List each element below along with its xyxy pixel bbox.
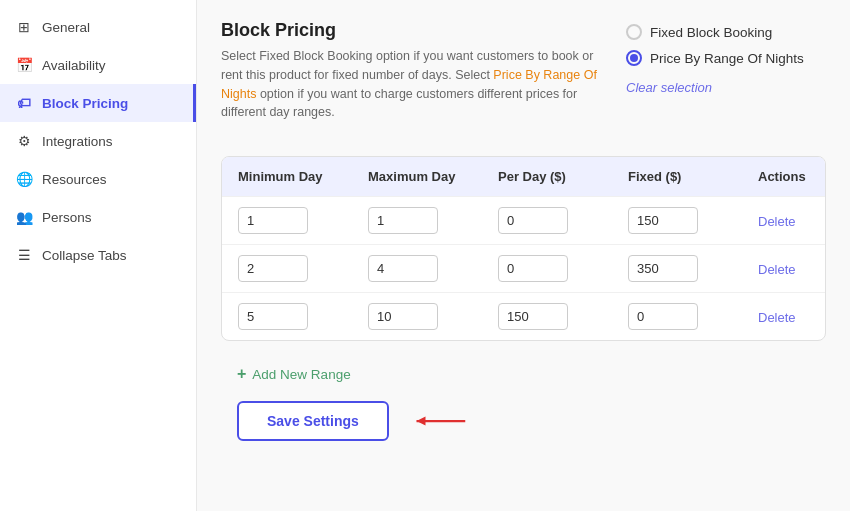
sidebar-item-collapse-tabs[interactable]: ☰Collapse Tabs xyxy=(0,236,196,274)
input-max-day-1[interactable] xyxy=(368,207,438,234)
general-icon: ⊞ xyxy=(16,19,32,35)
page-title: Block Pricing xyxy=(221,20,606,41)
clear-selection-link[interactable]: Clear selection xyxy=(626,80,826,95)
sidebar: ⊞General📅Availability🏷Block Pricing⚙Inte… xyxy=(0,0,197,511)
delete-button-1[interactable]: Delete xyxy=(758,214,796,229)
col-header-actions: Actions xyxy=(758,169,826,184)
cell-max-day-3 xyxy=(368,303,498,330)
input-per-day-1[interactable] xyxy=(498,207,568,234)
input-fixed-1[interactable] xyxy=(628,207,698,234)
col-header-fixed: Fixed ($) xyxy=(628,169,758,184)
add-range-label: Add New Range xyxy=(252,367,350,382)
section-description: Select Fixed Block Booking option if you… xyxy=(221,47,601,122)
cell-fixed-1 xyxy=(628,207,758,234)
top-left: Block Pricing Select Fixed Block Booking… xyxy=(221,20,606,138)
table-row: Delete xyxy=(222,244,825,292)
radio-options: Fixed Block Booking Price By Range Of Ni… xyxy=(606,20,826,138)
desc-part2: option if you want to charge customers d… xyxy=(221,87,577,120)
resources-icon: 🌐 xyxy=(16,171,32,187)
input-per-day-3[interactable] xyxy=(498,303,568,330)
input-max-day-2[interactable] xyxy=(368,255,438,282)
input-min-day-2[interactable] xyxy=(238,255,308,282)
cell-per-day-1 xyxy=(498,207,628,234)
radio-range-label: Price By Range Of Nights xyxy=(650,51,804,66)
cell-min-day-1 xyxy=(238,207,368,234)
cell-min-day-3 xyxy=(238,303,368,330)
block-pricing-icon: 🏷 xyxy=(16,95,32,111)
top-area: Block Pricing Select Fixed Block Booking… xyxy=(221,20,826,138)
col-header-max-day: Maximum Day xyxy=(368,169,498,184)
radio-circle-range[interactable] xyxy=(626,50,642,66)
svg-marker-1 xyxy=(416,417,425,426)
input-min-day-3[interactable] xyxy=(238,303,308,330)
cell-max-day-1 xyxy=(368,207,498,234)
input-max-day-3[interactable] xyxy=(368,303,438,330)
integrations-icon: ⚙ xyxy=(16,133,32,149)
input-fixed-2[interactable] xyxy=(628,255,698,282)
sidebar-label-collapse-tabs: Collapse Tabs xyxy=(42,248,127,263)
save-settings-button[interactable]: Save Settings xyxy=(237,401,389,441)
sidebar-label-resources: Resources xyxy=(42,172,107,187)
sidebar-item-block-pricing[interactable]: 🏷Block Pricing xyxy=(0,84,196,122)
input-fixed-3[interactable] xyxy=(628,303,698,330)
table-row: Delete xyxy=(222,292,825,340)
input-min-day-1[interactable] xyxy=(238,207,308,234)
cell-actions-2: Delete xyxy=(758,261,826,277)
delete-button-3[interactable]: Delete xyxy=(758,310,796,325)
radio-price-by-range[interactable]: Price By Range Of Nights xyxy=(626,50,826,66)
save-area: Save Settings xyxy=(221,391,826,451)
sidebar-item-availability[interactable]: 📅Availability xyxy=(0,46,196,84)
sidebar-item-general[interactable]: ⊞General xyxy=(0,8,196,46)
cell-actions-3: Delete xyxy=(758,309,826,325)
col-header-min-day: Minimum Day xyxy=(238,169,368,184)
sidebar-item-integrations[interactable]: ⚙Integrations xyxy=(0,122,196,160)
arrow-indicator xyxy=(409,407,469,435)
add-new-range-button[interactable]: + Add New Range xyxy=(221,357,826,391)
persons-icon: 👥 xyxy=(16,209,32,225)
radio-fixed-block[interactable]: Fixed Block Booking xyxy=(626,24,826,40)
sidebar-label-block-pricing: Block Pricing xyxy=(42,96,128,111)
radio-fixed-label: Fixed Block Booking xyxy=(650,25,772,40)
table-header: Minimum Day Maximum Day Per Day ($) Fixe… xyxy=(222,157,825,196)
radio-circle-fixed[interactable] xyxy=(626,24,642,40)
sidebar-label-general: General xyxy=(42,20,90,35)
availability-icon: 📅 xyxy=(16,57,32,73)
sidebar-label-availability: Availability xyxy=(42,58,106,73)
col-header-per-day: Per Day ($) xyxy=(498,169,628,184)
cell-fixed-3 xyxy=(628,303,758,330)
sidebar-item-persons[interactable]: 👥Persons xyxy=(0,198,196,236)
sidebar-label-persons: Persons xyxy=(42,210,92,225)
pricing-table: Minimum Day Maximum Day Per Day ($) Fixe… xyxy=(221,156,826,341)
table-row: Delete xyxy=(222,196,825,244)
section-header: Block Pricing Select Fixed Block Booking… xyxy=(221,20,606,122)
main-content: Block Pricing Select Fixed Block Booking… xyxy=(197,0,850,511)
cell-min-day-2 xyxy=(238,255,368,282)
input-per-day-2[interactable] xyxy=(498,255,568,282)
add-range-icon: + xyxy=(237,365,246,383)
cell-actions-1: Delete xyxy=(758,213,826,229)
red-arrow-icon xyxy=(409,407,469,435)
sidebar-item-resources[interactable]: 🌐Resources xyxy=(0,160,196,198)
collapse-tabs-icon: ☰ xyxy=(16,247,32,263)
cell-per-day-2 xyxy=(498,255,628,282)
delete-button-2[interactable]: Delete xyxy=(758,262,796,277)
cell-per-day-3 xyxy=(498,303,628,330)
sidebar-label-integrations: Integrations xyxy=(42,134,113,149)
cell-fixed-2 xyxy=(628,255,758,282)
cell-max-day-2 xyxy=(368,255,498,282)
